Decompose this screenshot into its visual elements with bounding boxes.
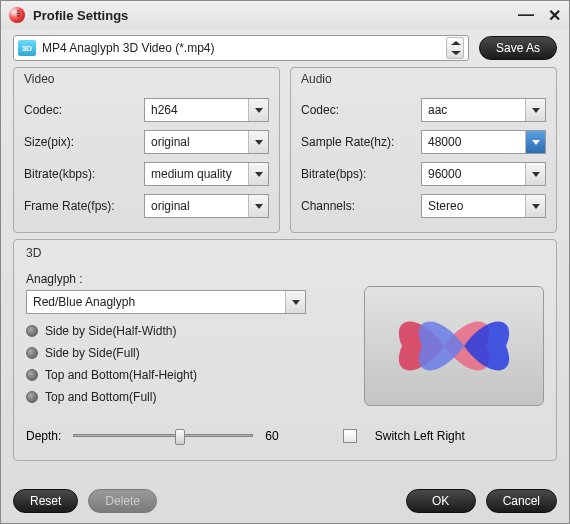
audio-bitrate-select[interactable]: 96000 (421, 162, 546, 186)
depth-value: 60 (265, 429, 278, 443)
radio-label: Top and Bottom(Full) (45, 390, 156, 404)
save-as-button[interactable]: Save As (479, 36, 557, 60)
app-icon (9, 7, 25, 23)
chevron-down-icon (248, 99, 268, 121)
chevron-down-icon (285, 291, 305, 313)
video-codec-select[interactable]: h264 (144, 98, 269, 122)
radio-icon (26, 369, 38, 381)
footer: Reset Delete OK Cancel (1, 481, 569, 523)
format-3d-icon: 3D (18, 40, 36, 56)
chevron-down-icon (248, 131, 268, 153)
radio-icon (26, 347, 38, 359)
audio-sr-value: 48000 (428, 135, 461, 149)
audio-codec-label: Codec: (301, 103, 421, 117)
titlebar: Profile Settings — ✕ (1, 1, 569, 29)
reset-button[interactable]: Reset (13, 489, 78, 513)
audio-panel-title: Audio (301, 72, 546, 86)
chevron-down-icon (525, 131, 545, 153)
preview-3d (364, 286, 544, 406)
video-bitrate-label: Bitrate(kbps): (24, 167, 144, 181)
spinner-icon[interactable] (446, 37, 464, 59)
audio-sr-label: Sample Rate(hz): (301, 135, 421, 149)
depth-label: Depth: (26, 429, 61, 443)
radio-tab-half[interactable]: Top and Bottom(Half-Height) (26, 364, 348, 386)
depth-slider[interactable] (73, 426, 253, 446)
close-button[interactable]: ✕ (548, 6, 561, 25)
butterfly-icon (384, 301, 524, 391)
radio-label: Side by Side(Full) (45, 346, 140, 360)
anaglyph-select[interactable]: Red/Blue Anaglyph (26, 290, 306, 314)
audio-samplerate-select[interactable]: 48000 (421, 130, 546, 154)
video-size-select[interactable]: original (144, 130, 269, 154)
audio-panel: Audio Codec: aac Sample Rate(hz): 48000 (290, 67, 557, 233)
video-fps-select[interactable]: original (144, 194, 269, 218)
threeD-title: 3D (26, 246, 544, 260)
threeD-panel: 3D Anaglyph : Red/Blue Anaglyph Side by … (13, 239, 557, 461)
video-size-label: Size(pix): (24, 135, 144, 149)
video-bitrate-select[interactable]: medium quality (144, 162, 269, 186)
chevron-down-icon (248, 163, 268, 185)
video-panel: Video Codec: h264 Size(pix): original (13, 67, 280, 233)
cancel-button[interactable]: Cancel (486, 489, 557, 513)
video-codec-value: h264 (151, 103, 178, 117)
switch-lr-label: Switch Left Right (375, 429, 465, 443)
radio-icon (26, 391, 38, 403)
window: Profile Settings — ✕ 3D MP4 Anaglyph 3D … (0, 0, 570, 524)
radio-sbs-full[interactable]: Side by Side(Full) (26, 342, 348, 364)
audio-bitrate-value: 96000 (428, 167, 461, 181)
audio-channels-value: Stereo (428, 199, 463, 213)
video-size-value: original (151, 135, 190, 149)
delete-button[interactable]: Delete (88, 489, 157, 513)
audio-channels-select[interactable]: Stereo (421, 194, 546, 218)
video-codec-label: Codec: (24, 103, 144, 117)
video-bitrate-value: medium quality (151, 167, 232, 181)
threeD-mode-radios: Side by Side(Half-Width) Side by Side(Fu… (26, 320, 348, 408)
video-fps-label: Frame Rate(fps): (24, 199, 144, 213)
video-panel-title: Video (24, 72, 269, 86)
audio-codec-value: aac (428, 103, 447, 117)
radio-label: Side by Side(Half-Width) (45, 324, 176, 338)
audio-channels-label: Channels: (301, 199, 421, 213)
chevron-down-icon (525, 99, 545, 121)
chevron-down-icon (525, 195, 545, 217)
radio-label: Top and Bottom(Half-Height) (45, 368, 197, 382)
minimize-button[interactable]: — (518, 6, 534, 25)
anaglyph-label: Anaglyph : (26, 272, 348, 286)
profile-select-value: MP4 Anaglyph 3D Video (*.mp4) (42, 41, 440, 55)
audio-bitrate-label: Bitrate(bps): (301, 167, 421, 181)
slider-track (73, 434, 253, 437)
window-title: Profile Settings (33, 8, 518, 23)
ok-button[interactable]: OK (406, 489, 476, 513)
audio-codec-select[interactable]: aac (421, 98, 546, 122)
profile-select[interactable]: 3D MP4 Anaglyph 3D Video (*.mp4) (13, 35, 469, 61)
radio-sbs-half[interactable]: Side by Side(Half-Width) (26, 320, 348, 342)
chevron-down-icon (525, 163, 545, 185)
radio-tab-full[interactable]: Top and Bottom(Full) (26, 386, 348, 408)
chevron-down-icon (248, 195, 268, 217)
switch-lr-checkbox[interactable] (343, 429, 357, 443)
slider-thumb[interactable] (175, 429, 185, 445)
radio-icon (26, 325, 38, 337)
anaglyph-value: Red/Blue Anaglyph (33, 295, 135, 309)
video-fps-value: original (151, 199, 190, 213)
